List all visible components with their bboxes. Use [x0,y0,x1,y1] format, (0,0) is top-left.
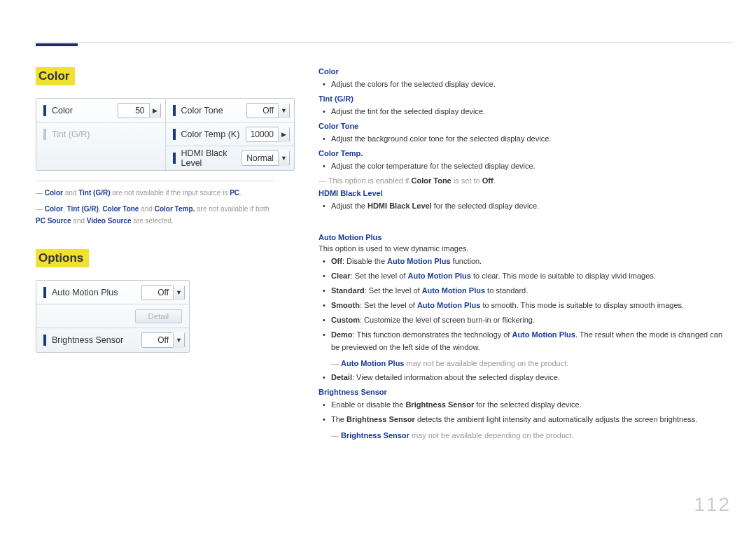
ctrl-label-color: Color [52,106,118,115]
amp-intro: This option is used to view dynamic imag… [318,244,732,253]
h-amp: Auto Motion Plus [318,233,732,241]
note-amp: ― Auto Motion Plus may not be available … [331,358,732,370]
section-title-options: Options [36,249,89,267]
left-column: Color Color 50 ▶ Tint (G/R) [36,67,295,363]
ctrl-label-colortone: Color Tone [181,106,247,115]
ctrl-color-tone: Color Tone Off ▼ [166,99,295,122]
right-column: Color Adjust the colors for the selected… [318,67,732,444]
li-amp-smooth: Smooth: Set the level of Auto Motion Plu… [331,300,732,311]
spin-right-icon[interactable]: ▶ [278,127,289,142]
ctrl-color: Color 50 ▶ [36,99,165,122]
li-bs-1: Enable or disable the Brightness Sensor … [331,399,732,411]
ctrl-bar [173,129,176,140]
options-panel: Auto Motion Plus Off ▼ Detail Brightness… [36,280,190,353]
li-hdmi: Adjust the HDMI Black Level for the sele… [331,200,732,212]
li-color: Adjust the colors for the selected displ… [331,78,732,90]
color-footnotes: ― Color and Tint (G/R) are not available… [36,181,274,227]
li-amp-detail: Detail: View detailed information about … [331,372,732,384]
ctrl-hdmi-black: HDMI Black Level Normal ▼ [166,146,295,170]
chevron-down-icon[interactable]: ▼ [278,150,289,166]
li-ctemp: Adjust the color temperature for the sel… [331,160,732,172]
hdmiblack-dropdown[interactable]: Normal ▼ [241,150,290,166]
ctrl-label-bs: Brightness Sensor [52,335,141,345]
ctrl-bar [43,287,46,298]
note-bs: ― Brightness Sensor may not be available… [331,430,732,442]
h-color: Color [318,67,732,76]
amp-value: Off [142,288,173,297]
bs-dropdown[interactable]: Off ▼ [141,332,185,348]
li-amp-clear: Clear: Set the level of Auto Motion Plus… [331,270,732,282]
chevron-down-icon[interactable]: ▼ [173,332,184,348]
header-rule [35,42,732,43]
page-number: 112 [694,493,731,516]
h-ctemp: Color Temp. [318,149,732,157]
color-panel: Color 50 ▶ Tint (G/R) Color Tone Off [36,98,295,171]
li-ctone: Adjust the background color tone for the… [331,133,732,145]
colortemp-spinner[interactable]: 10000 ▶ [246,127,290,142]
h-ctone: Color Tone [318,122,732,130]
amp-dropdown[interactable]: Off ▼ [141,285,185,300]
ctrl-bar [173,153,176,164]
ctrl-bar [43,105,46,116]
chevron-down-icon[interactable]: ▼ [173,285,184,300]
ctrl-brightness-sensor: Brightness Sensor Off ▼ [36,328,189,352]
h-hdmi: HDMI Black Level [318,189,732,197]
li-tint: Adjust the tint for the selected display… [331,106,732,118]
li-amp-standard: Standard: Set the level of Auto Motion P… [331,285,732,297]
ctrl-amp: Auto Motion Plus Off ▼ [36,281,189,304]
ctrl-tint: Tint (G/R) [36,122,165,146]
ctrl-bar [173,105,176,116]
color-value: 50 [118,106,149,115]
li-amp-demo: Demo: This function demonstrates the tec… [331,329,732,353]
h-bs: Brightness Sensor [318,388,732,396]
ctrl-label-amp: Auto Motion Plus [52,288,141,297]
colortemp-value: 10000 [246,129,278,139]
ctrl-label-hdmiblack: HDMI Black Level [181,148,242,168]
footnote-2: ― Color, Tint (G/R), Color Tone and Colo… [36,203,274,227]
detail-button: Detail [135,309,182,323]
li-amp-off: Off: Disable the Auto Motion Plus functi… [331,255,732,267]
colortone-value: Off [247,106,278,115]
ctrl-label-colortemp: Color Temp (K) [181,129,246,139]
footnote-1: ― Color and Tint (G/R) are not available… [36,187,274,199]
section-title-color: Color [36,67,75,85]
ctrl-label-tint: Tint (G/R) [52,129,161,139]
spin-right-icon[interactable]: ▶ [149,103,160,118]
color-spinner[interactable]: 50 ▶ [118,103,161,118]
ctrl-color-temp: Color Temp (K) 10000 ▶ [166,122,295,146]
ctrl-bar [43,335,46,346]
li-bs-2: The Brightness Sensor detects the ambien… [331,414,732,426]
chevron-down-icon[interactable]: ▼ [278,103,289,118]
hdmiblack-value: Normal [242,153,278,163]
colortone-dropdown[interactable]: Off ▼ [246,103,290,118]
li-amp-custom: Custom: Customize the level of screen bu… [331,314,732,326]
bs-value: Off [142,335,173,345]
ctrl-detail-row: Detail [36,304,189,328]
note-ctemp: This option is enabled if Color Tone is … [318,176,732,185]
header-accent [36,29,78,46]
h-tint: Tint (G/R) [318,94,732,103]
ctrl-bar [43,129,46,140]
